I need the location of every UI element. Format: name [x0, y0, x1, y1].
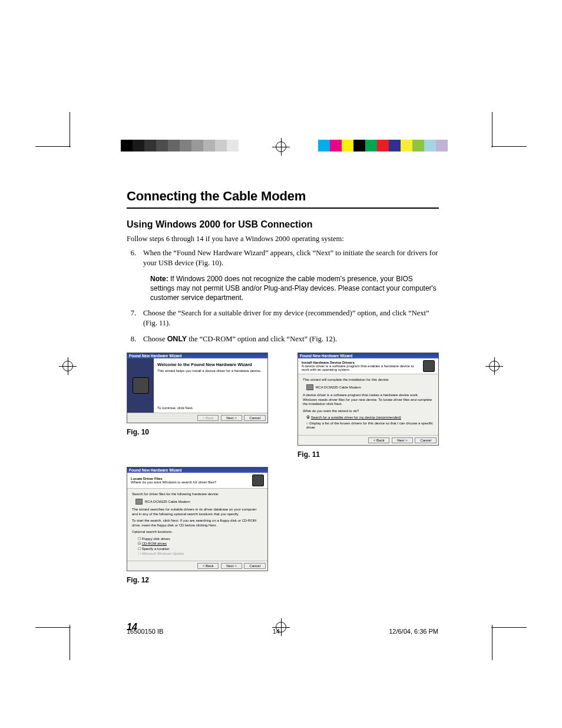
process-color-bar — [318, 140, 448, 151]
wizard-dialog-fig10: Found New Hardware Wizard Welcome to the… — [127, 353, 268, 423]
wizard-subheading: A device driver is a software program th… — [302, 364, 419, 371]
color-swatch — [412, 140, 424, 151]
color-swatch — [318, 140, 330, 151]
device-icon — [135, 499, 143, 505]
color-swatch — [215, 140, 227, 151]
step-text: the “CD-ROM” option and click “Next” (Fi… — [187, 335, 337, 343]
step-text-bold: ONLY — [167, 335, 187, 343]
back-button[interactable]: < Back — [197, 415, 219, 421]
device-name: RCA DCM225 Cable Modem — [316, 386, 361, 390]
footer-datetime: 12/6/04, 6:36 PM — [389, 628, 438, 635]
color-swatch — [353, 140, 365, 151]
checkbox-floppy[interactable]: ☐ Floppy disk drives — [138, 537, 263, 542]
figure-caption: Fig. 12 — [127, 576, 268, 584]
radio-search-driver[interactable]: ⦿ Search for a suitable driver for my de… — [306, 416, 434, 420]
step-number: 7. — [127, 308, 143, 328]
registration-mark-icon — [485, 357, 503, 375]
crop-mark — [70, 625, 70, 660]
wizard-text: This wizard helps you install a device d… — [157, 369, 264, 373]
checkbox-specify[interactable]: ☐ Specify a location — [138, 547, 263, 552]
step-body: Choose ONLY the “CD-ROM” option and clic… — [143, 334, 439, 344]
color-swatch — [203, 140, 215, 151]
color-swatch — [389, 140, 401, 151]
footer-slug: 16500150 IB 14 12/6/04, 6:36 PM — [127, 628, 438, 635]
page-content: Connecting the Cable Modem Using Windows… — [127, 189, 439, 633]
figure-11: Found New Hardware Wizard Install Hardwa… — [297, 353, 439, 459]
step-body: When the “Found New Hardware Wizard” app… — [143, 248, 439, 268]
figure-row-2: Found New Hardware Wizard Locate Driver … — [127, 467, 439, 584]
crop-mark — [35, 146, 71, 147]
wizard-text: Search for driver files for the followin… — [132, 492, 263, 497]
wizard-text: The wizard searches for suitable drivers… — [132, 508, 263, 516]
footer-doc-id: 16500150 IB — [127, 628, 163, 635]
checkbox-label: CD-ROM drives — [142, 542, 167, 545]
wizard-side-panel — [127, 358, 154, 413]
steps-list-2: 7. Choose the “Search for a suitable dri… — [127, 308, 439, 344]
wizard-text: Optional search locations: — [132, 530, 263, 535]
figure-caption: Fig. 10 — [127, 428, 268, 436]
hardware-icon — [423, 360, 435, 372]
color-swatch — [133, 140, 144, 151]
note-body: If Windows 2000 does not recognize the c… — [150, 275, 437, 302]
figure-row-1: Found New Hardware Wizard Welcome to the… — [127, 353, 439, 459]
checkbox-label: Floppy disk drives — [142, 537, 170, 541]
wizard-text: A device driver is a software program th… — [303, 393, 434, 407]
checkbox-label: Specify a location — [142, 547, 170, 551]
color-swatch — [377, 140, 389, 151]
color-swatch — [365, 140, 377, 151]
steps-list: 6. When the “Found New Hardware Wizard” … — [127, 248, 439, 268]
crop-mark — [492, 625, 492, 660]
radio-list-drivers[interactable]: ○ Display a list of the known drivers fo… — [306, 421, 434, 430]
wizard-text: This wizard will complete the installati… — [303, 378, 434, 383]
figure-caption: Fig. 11 — [297, 450, 439, 459]
wizard-button-bar: < Back Next > Cancel — [127, 561, 267, 571]
color-swatch — [401, 140, 412, 151]
step-8: 8. Choose ONLY the “CD-ROM” option and c… — [127, 334, 439, 344]
wizard-button-bar: < Back Next > Cancel — [127, 413, 267, 423]
device-row: RCA DCM225 Cable Modem — [135, 499, 263, 505]
step-text: Choose — [143, 335, 167, 343]
step-number: 6. — [127, 248, 143, 268]
cancel-button[interactable]: Cancel — [415, 437, 437, 443]
back-button[interactable]: < Back — [197, 563, 219, 569]
cancel-button[interactable]: Cancel — [244, 415, 266, 421]
crop-mark — [491, 146, 527, 147]
checkbox-cdrom[interactable]: ☑ CD-ROM drives — [138, 542, 263, 546]
device-icon — [306, 384, 313, 390]
figure-12: Found New Hardware Wizard Locate Driver … — [127, 467, 268, 584]
crop-mark — [491, 627, 527, 628]
color-swatch — [168, 140, 180, 151]
wizard-text: To continue, click Next. — [157, 406, 193, 410]
color-swatch — [424, 140, 436, 151]
device-row: RCA DCM225 Cable Modem — [306, 384, 434, 390]
wizard-dialog-fig11: Found New Hardware Wizard Install Hardwa… — [297, 353, 439, 446]
step-number: 8. — [127, 334, 143, 344]
next-button[interactable]: Next > — [221, 415, 242, 421]
checkbox-label: Microsoft Windows Update — [142, 552, 184, 555]
wizard-titlebar: Found New Hardware Wizard — [127, 353, 267, 358]
back-button[interactable]: < Back — [368, 437, 390, 443]
footer-page: 14 — [273, 628, 280, 635]
next-button[interactable]: Next > — [392, 437, 413, 443]
wizard-text: To start the search, click Next. If you … — [132, 519, 263, 528]
color-swatch — [191, 140, 203, 151]
registration-mark-icon — [59, 357, 77, 375]
page-title: Connecting the Cable Modem — [127, 189, 439, 209]
device-name: RCA DCM225 Cable Modem — [145, 500, 190, 505]
next-button[interactable]: Next > — [221, 563, 242, 569]
step-body: Choose the “Search for a suitable driver… — [143, 308, 439, 328]
checkbox-windows-update[interactable]: ☐ Microsoft Windows Update — [138, 552, 263, 556]
radio-label: Search for a suitable driver for my devi… — [311, 416, 401, 419]
hardware-icon — [133, 377, 149, 394]
radio-label: Display a list of the known drivers for … — [306, 421, 433, 430]
cancel-button[interactable]: Cancel — [244, 563, 266, 569]
wizard-button-bar: < Back Next > Cancel — [298, 435, 438, 445]
color-swatch — [436, 140, 448, 151]
registration-mark-icon — [272, 138, 290, 156]
wizard-text: What do you want the wizard to do? — [303, 409, 434, 414]
wizard-dialog-fig12: Found New Hardware Wizard Locate Driver … — [127, 467, 268, 571]
color-swatch — [239, 140, 250, 151]
color-swatch — [227, 140, 239, 151]
color-swatch — [156, 140, 168, 151]
step-6: 6. When the “Found New Hardware Wizard” … — [127, 248, 439, 268]
